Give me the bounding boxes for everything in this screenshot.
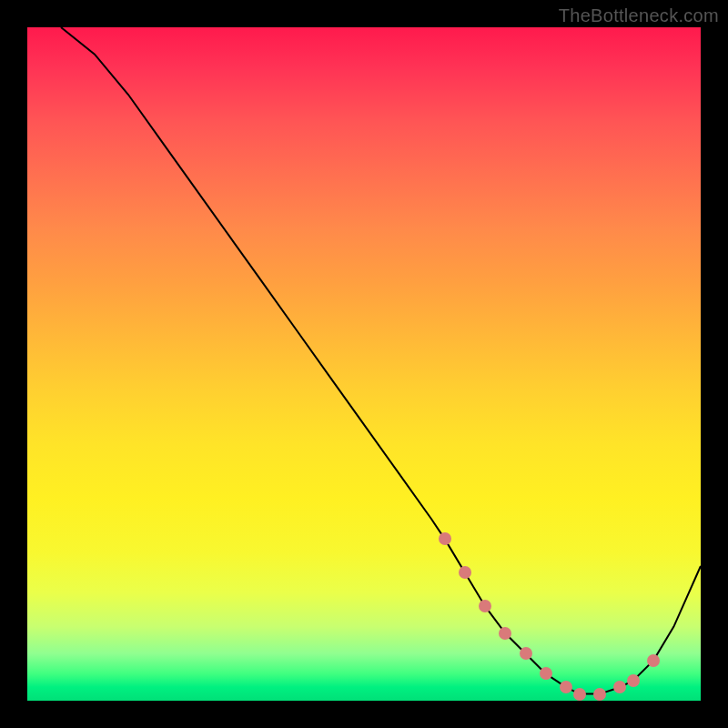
highlight-marker <box>560 681 572 693</box>
highlight-marker <box>627 674 640 687</box>
highlight-marker <box>540 667 552 680</box>
highlight-marker <box>479 600 491 612</box>
highlight-marker <box>573 688 586 701</box>
highlight-marker <box>647 654 660 667</box>
highlight-marker <box>459 566 471 579</box>
curve-line <box>61 27 701 694</box>
chart-curve-svg <box>27 27 701 701</box>
watermark-text: TheBottleneck.com <box>559 5 719 26</box>
highlight-marker <box>520 647 532 660</box>
highlight-marker <box>439 532 451 545</box>
highlight-marker <box>499 627 511 640</box>
chart-plot-area <box>27 27 701 701</box>
highlight-marker <box>613 681 626 693</box>
highlight-marker <box>593 688 606 701</box>
